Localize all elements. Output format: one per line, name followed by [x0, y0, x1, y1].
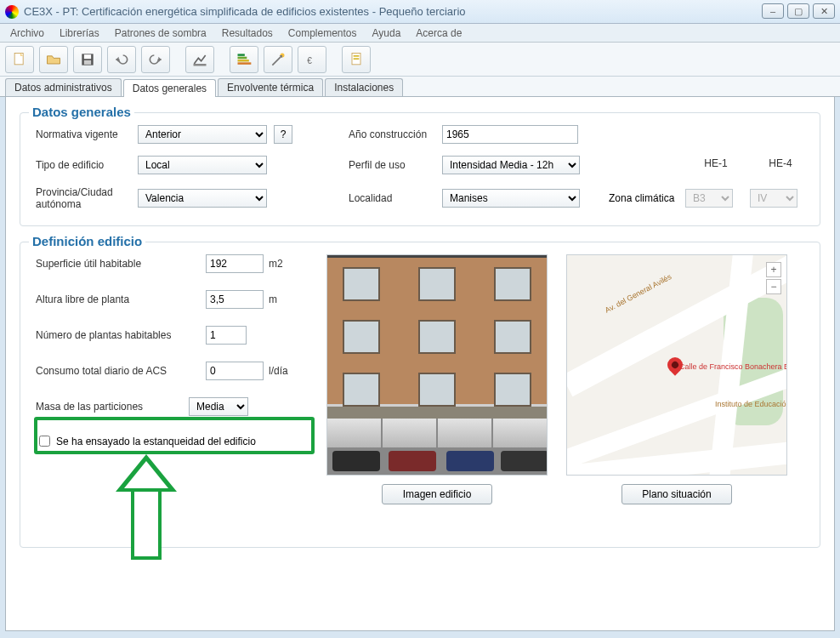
svg-rect-18 — [354, 58, 360, 60]
label-normativa: Normativa vigente — [36, 128, 138, 140]
open-file-icon[interactable] — [39, 46, 68, 73]
energy-label-icon[interactable] — [230, 46, 258, 73]
group-datos-generales: Datos generales Normativa vigente Anteri… — [20, 112, 820, 226]
label-provincia: Provincia/Ciudad autónoma — [36, 186, 138, 210]
svg-text:€: € — [307, 56, 312, 66]
menu-archivo[interactable]: Archivo — [3, 26, 51, 41]
menu-patrones[interactable]: Patrones de sombra — [108, 26, 213, 41]
building-image — [326, 254, 548, 476]
help-normativa-button[interactable]: ? — [274, 125, 292, 144]
label-acs: Consumo total diario de ACS — [36, 365, 206, 377]
button-imagen-edificio[interactable]: Imagen edificio — [382, 484, 492, 504]
select-masa[interactable]: Media — [189, 397, 248, 416]
group-title-definicion: Definición edificio — [29, 234, 145, 248]
label-plantas: Número de plantas habitables — [36, 329, 206, 341]
input-acs[interactable] — [206, 362, 264, 380]
menu-bar: Archivo Librerías Patrones de sombra Res… — [0, 24, 840, 43]
checkbox-estanqueidad[interactable] — [39, 436, 50, 447]
select-he4: IV — [750, 189, 797, 208]
label-estanqueidad: Se ha ensayado la estanqueidad del edifi… — [56, 436, 256, 447]
economic-icon[interactable]: € — [298, 46, 326, 73]
svg-rect-4 — [84, 60, 91, 64]
menu-acerca[interactable]: Acerca de — [409, 26, 468, 41]
content-panel: Datos generales Normativa vigente Anteri… — [5, 97, 835, 631]
map-street-label-2: Instituto de Educación Secundaria — [715, 400, 787, 408]
toolbar: € — [0, 43, 840, 77]
map-zoom-in[interactable]: + — [766, 262, 781, 277]
window-title: CE3X - PT: Certificación energética simp… — [24, 5, 466, 18]
select-normativa[interactable]: Anterior — [138, 125, 267, 144]
group-definicion-edificio: Definición edificio Superficie útil habi… — [20, 242, 820, 548]
save-icon[interactable] — [73, 46, 102, 73]
input-ano-construccion[interactable] — [442, 125, 578, 144]
group-title-datos-generales: Datos generales — [29, 105, 134, 119]
new-file-icon[interactable] — [5, 46, 34, 73]
map-image: Calle de Francisco Bonachera Esteban, 4 … — [566, 254, 787, 476]
undo-icon[interactable] — [107, 46, 136, 73]
label-superficie: Superficie útil habitable — [36, 258, 206, 270]
menu-resultados[interactable]: Resultados — [215, 26, 280, 41]
svg-rect-17 — [354, 55, 360, 57]
label-tipo-edificio: Tipo de edificio — [36, 159, 138, 171]
tab-datos-administrativos[interactable]: Datos administrativos — [5, 78, 122, 96]
svg-rect-7 — [194, 64, 207, 66]
label-altura: Altura libre de planta — [36, 293, 206, 305]
label-masa: Masa de las particiones — [36, 401, 189, 413]
svg-rect-8 — [238, 54, 245, 56]
app-icon — [5, 5, 19, 19]
map-zoom-out[interactable]: − — [766, 279, 781, 294]
tab-datos-generales[interactable]: Datos generales — [123, 79, 216, 97]
menu-ayuda[interactable]: Ayuda — [366, 26, 408, 41]
redo-icon[interactable] — [141, 46, 170, 73]
label-he4-header: HE-4 — [757, 157, 804, 169]
shadow-pattern-icon[interactable] — [185, 46, 214, 73]
label-perfil-uso: Perfil de uso — [349, 159, 442, 171]
maximize-button[interactable]: ▢ — [787, 3, 809, 19]
tab-bar: Datos administrativos Datos generales En… — [0, 77, 840, 97]
menu-librerias[interactable]: Librerías — [53, 26, 106, 41]
svg-line-13 — [272, 56, 281, 65]
unit-acs: l/día — [269, 365, 288, 377]
unit-superficie: m2 — [269, 258, 283, 270]
menu-complementos[interactable]: Complementos — [281, 26, 364, 41]
title-bar: CE3X - PT: Certificación energética simp… — [0, 0, 840, 24]
measures-icon[interactable] — [264, 46, 292, 73]
label-zona-climatica: Zona climática — [609, 192, 685, 204]
input-superficie[interactable] — [206, 254, 264, 273]
unit-altura: m — [269, 293, 277, 305]
svg-marker-5 — [116, 56, 118, 62]
svg-rect-11 — [238, 62, 252, 65]
label-ano-construccion: Año construcción — [349, 128, 442, 140]
input-altura[interactable] — [206, 290, 264, 309]
svg-rect-10 — [238, 60, 249, 62]
minimize-button[interactable]: – — [762, 3, 784, 19]
select-provincia[interactable]: Valencia — [138, 189, 267, 208]
input-plantas[interactable] — [206, 326, 247, 345]
select-he1: B3 — [685, 189, 733, 208]
svg-marker-6 — [158, 56, 161, 62]
label-localidad: Localidad — [349, 192, 442, 204]
report-icon[interactable] — [342, 46, 371, 73]
select-tipo-edificio[interactable]: Local — [138, 156, 267, 174]
button-plano-situacion[interactable]: Plano situación — [621, 484, 732, 504]
map-street-label-1: Av. del General Avilés — [604, 272, 673, 315]
select-localidad[interactable]: Manises — [442, 189, 580, 208]
map-marker-label: Calle de Francisco Bonachera Esteban, 4 — [679, 362, 787, 371]
tab-instalaciones[interactable]: Instalaciones — [325, 78, 403, 96]
label-he1-header: HE-1 — [692, 157, 740, 169]
svg-rect-3 — [84, 54, 91, 59]
svg-rect-9 — [238, 56, 247, 59]
close-button[interactable]: ✕ — [813, 3, 835, 19]
tab-envolvente-termica[interactable]: Envolvente térmica — [218, 78, 323, 96]
select-perfil-uso[interactable]: Intensidad Media - 12h — [442, 156, 580, 174]
